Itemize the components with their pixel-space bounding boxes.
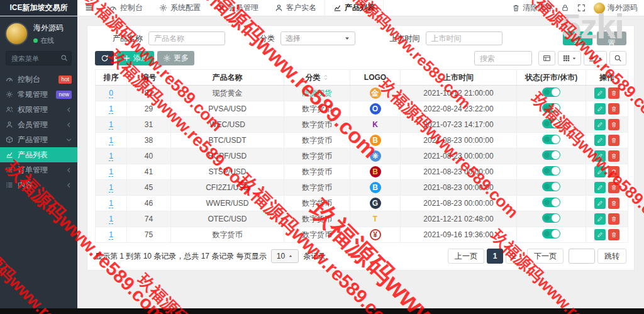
- edit-button[interactable]: [594, 229, 606, 240]
- delete-button[interactable]: [608, 229, 619, 240]
- delete-button[interactable]: [608, 213, 619, 225]
- product-category: 数字货币: [302, 167, 332, 176]
- trash-icon: [611, 153, 617, 159]
- status-toggle[interactable]: [542, 150, 560, 160]
- pencil-icon: [597, 232, 603, 238]
- sidebar-item[interactable]: 权限管理: [0, 102, 77, 117]
- sidebar-item[interactable]: 产品列表: [0, 147, 77, 162]
- chevron-left-icon: [66, 107, 72, 113]
- prev-page-button[interactable]: 上一页: [448, 249, 484, 264]
- sort-value-link[interactable]: 1: [109, 120, 113, 130]
- sidebar-item[interactable]: 会员管理: [0, 117, 77, 132]
- sort-value-link[interactable]: 1: [109, 104, 113, 114]
- status-toggle[interactable]: [542, 87, 560, 97]
- list-time: 2021-08-23 00:00:00: [401, 133, 517, 149]
- delete-button[interactable]: [608, 198, 619, 209]
- jump-page-input[interactable]: [569, 249, 595, 264]
- edit-button[interactable]: [594, 166, 606, 177]
- search-button[interactable]: [609, 51, 626, 65]
- edit-button[interactable]: [594, 150, 606, 162]
- edit-button[interactable]: [594, 198, 606, 209]
- edit-button[interactable]: [594, 103, 606, 115]
- sidebar-item[interactable]: 内容: [0, 177, 77, 193]
- sidebar-item[interactable]: 订单管理: [0, 162, 77, 177]
- table-row: 141STSP/USD数字货币B2021-08-23 00:00:00: [96, 164, 628, 180]
- more-button[interactable]: 更多: [157, 51, 194, 65]
- sort-value-link[interactable]: 1: [109, 152, 113, 161]
- sidebar-item[interactable]: 控制台hot: [0, 72, 77, 87]
- top-nav-item[interactable]: 客户实名: [267, 0, 325, 16]
- product-category[interactable]: 能源现货: [302, 89, 332, 98]
- edit-button[interactable]: [594, 182, 606, 193]
- toggle-view-button[interactable]: [538, 51, 555, 65]
- table-search-input[interactable]: [474, 51, 532, 65]
- edit-button[interactable]: [594, 87, 606, 99]
- top-nav-item[interactable]: 控制台: [101, 0, 151, 16]
- pagination-info: 显示第 1 到第 10 条记录，总共 17 条记录 每页显示: [95, 251, 267, 262]
- status-toggle[interactable]: [542, 135, 560, 144]
- page-size-select[interactable]: 10: [271, 249, 299, 263]
- status-toggle[interactable]: [542, 119, 560, 128]
- delete-button[interactable]: [608, 166, 619, 177]
- sidebar-toggle-button[interactable]: [77, 0, 101, 16]
- top-nav-item[interactable]: 系统配置: [151, 0, 209, 16]
- sort-value-link[interactable]: 0: [109, 89, 113, 98]
- export-button[interactable]: [584, 51, 607, 65]
- gear-icon: [6, 91, 13, 98]
- status-toggle[interactable]: [542, 182, 560, 191]
- delete-button[interactable]: [608, 119, 619, 130]
- product-name: PVSA/USD: [171, 101, 284, 117]
- product-table: 排序编号产品名称分类LOGO上市时间状态(开市/休市)操作 081现货黄金能源现…: [95, 69, 628, 243]
- top-nav-item[interactable]: 会员管理: [209, 0, 267, 16]
- status-toggle[interactable]: [542, 213, 560, 223]
- product-id: 74: [127, 211, 171, 227]
- top-nav-item[interactable]: 产品列表: [325, 0, 384, 16]
- sort-value-link[interactable]: 1: [109, 136, 113, 145]
- next-page-button[interactable]: 下一页: [527, 249, 564, 264]
- delete-button[interactable]: [608, 103, 619, 115]
- add-button[interactable]: 添加: [117, 51, 154, 65]
- clear-cache-button[interactable]: 清除缓存: [512, 3, 553, 13]
- sort-value-link[interactable]: 1: [109, 199, 113, 208]
- columns-button[interactable]: [558, 51, 581, 65]
- status-toggle[interactable]: [542, 229, 560, 238]
- sidebar-item[interactable]: 常规管理new: [0, 87, 77, 102]
- search-icon: [614, 54, 622, 62]
- column-header: 上市时间: [401, 70, 517, 86]
- download-icon: [588, 54, 596, 62]
- product-name-input[interactable]: [148, 31, 225, 45]
- status-toggle[interactable]: [542, 198, 560, 207]
- list-time: 2021-10-12 21:00:00: [401, 86, 517, 101]
- delete-button[interactable]: [608, 150, 619, 162]
- user-icon: [275, 4, 283, 12]
- status-toggle[interactable]: [542, 166, 560, 176]
- delete-button[interactable]: [608, 182, 619, 193]
- delete-button[interactable]: [608, 87, 619, 99]
- list-time-input[interactable]: [426, 31, 502, 45]
- sidebar-item[interactable]: 产品管理: [0, 132, 77, 147]
- product-name: WWER/USD: [171, 196, 284, 211]
- avatar[interactable]: [5, 22, 28, 45]
- column-header[interactable]: 分类: [284, 70, 350, 86]
- page-button[interactable]: 1: [487, 249, 503, 264]
- product-category: 数字货币: [302, 215, 332, 223]
- trash-icon: [611, 106, 617, 112]
- sidebar-search: [6, 51, 72, 65]
- sort-value-link[interactable]: 1: [109, 215, 113, 224]
- sort-value-link[interactable]: 1: [109, 183, 113, 193]
- edit-button[interactable]: [594, 213, 606, 225]
- delete-button[interactable]: [608, 135, 619, 146]
- sort-value-link[interactable]: 1: [109, 167, 113, 177]
- page-button[interactable]: 2: [506, 249, 522, 264]
- column-header: 产品名称: [171, 70, 284, 86]
- edit-button[interactable]: [594, 135, 606, 146]
- jump-button[interactable]: 跳转: [597, 249, 626, 264]
- product-logo-icon: B: [370, 182, 381, 193]
- category-select[interactable]: 选择: [280, 31, 355, 45]
- list-time: 2022-08-24 23:22:00: [401, 101, 517, 117]
- category-label: 分类: [260, 33, 275, 44]
- refresh-button[interactable]: [95, 51, 114, 65]
- status-toggle[interactable]: [542, 103, 560, 113]
- edit-button[interactable]: [594, 119, 606, 130]
- sort-value-link[interactable]: 1: [109, 230, 113, 240]
